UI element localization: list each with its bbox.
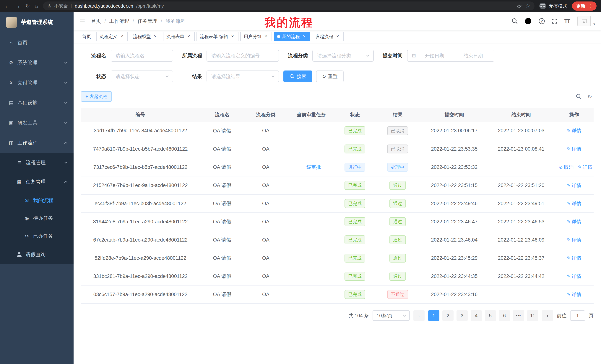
back-icon[interactable]: ← [4,3,10,9]
cell-id: 03c6c157-7b9a-11ec-a290-acde48001122 [81,285,200,304]
cell-status: 已完成 [335,249,374,267]
cell-name: OA 请假 [200,122,244,140]
logo[interactable]: 芋道管理系统 [0,12,74,33]
detail-action-link[interactable]: ✎详情 [567,237,581,243]
search-button[interactable]: 搜索 [283,70,312,82]
result-tag: 通过 [390,181,406,190]
close-icon[interactable]: × [335,34,340,39]
task-link[interactable]: 一级审批 [302,164,321,170]
home-icon[interactable]: ⌂ [35,3,38,9]
jump-page-input[interactable] [570,310,585,321]
toggle-search-icon[interactable] [576,94,581,99]
sidebar-item-payment[interactable]: ¥支付管理 [0,73,74,93]
reload-icon[interactable]: ↻ [25,3,30,9]
result-select[interactable]: 请选择流结果 [207,70,279,82]
github-icon[interactable] [525,18,531,24]
avatar[interactable] [577,16,591,26]
next-page-button[interactable]: › [542,310,553,321]
cell-task [287,285,335,304]
breadcrumb-item[interactable]: 首页 [91,18,101,25]
detail-action-link[interactable]: ✎详情 [567,200,581,207]
address-separator: | [71,3,72,9]
sidebar-item-done-task[interactable]: ✂已办任务 [0,227,74,245]
status-tag: 已完成 [344,254,365,262]
pagination-page-4[interactable]: 4 [471,310,482,321]
detail-action-link[interactable]: ✎详情 [578,164,592,171]
system-icon: ⚙ [8,60,14,66]
detail-action-label: 详情 [572,291,581,298]
forward-icon[interactable]: → [15,3,20,9]
hamburger-icon[interactable]: ☰ [74,18,91,25]
browser-menu-icon[interactable]: ⋮ [588,3,592,9]
prev-page-button[interactable]: ‹ [413,310,425,321]
sidebar-item-task-manage[interactable]: ▦任务管理 [0,172,74,192]
tab-process-form[interactable]: 流程表单× [163,32,195,41]
status-tag: 已完成 [344,126,365,135]
reset-button[interactable]: ↻ 重置 [316,70,344,82]
security-label[interactable]: 不安全 [54,3,68,9]
detail-action-link[interactable]: ✎详情 [567,127,581,134]
detail-action-link[interactable]: ✎详情 [567,273,581,280]
pagination-page-1[interactable]: 1 [428,310,440,321]
close-icon[interactable]: × [186,34,191,39]
address-bar[interactable]: ⚠ 不安全 | dashboard.yudao.iocoder.cn/bpm/t… [43,1,534,10]
avatar-caret-icon[interactable]: ▾ [593,22,595,26]
close-icon[interactable]: × [263,34,269,39]
font-size-icon[interactable]: TT [564,18,570,24]
sidebar-item-infrastructure[interactable]: ▤基础设施 [0,93,74,113]
tab-my-process[interactable]: 我的流程× [274,32,310,41]
detail-action-link[interactable]: ✎详情 [567,255,581,261]
cell-end-time: 2022-01-23 00:07:03 [488,122,555,140]
tab-process-form-edit[interactable]: 流程表单-编辑× [197,32,239,41]
pagination-page-3[interactable]: 3 [457,310,468,321]
detail-action-link[interactable]: ✎详情 [567,219,581,225]
tab-start-process[interactable]: 发起流程× [312,32,344,41]
sidebar-item-label: 任务管理 [26,179,61,185]
sidebar-item-home[interactable]: ⌂首页 [0,33,74,53]
sidebar-item-todo-task[interactable]: ◉待办任务 [0,209,74,227]
status-select[interactable]: 请选择状态 [111,70,173,82]
close-icon[interactable]: × [119,34,124,39]
detail-action-link[interactable]: ✎详情 [567,146,581,152]
tab-home[interactable]: 首页 [79,32,94,41]
pagination-page-11[interactable]: 11 [527,310,538,321]
password-key-icon[interactable] [517,4,522,8]
close-icon[interactable]: × [230,34,235,39]
submit-time-range[interactable]: ⊞ 开始日期 - 结束日期 [407,50,494,62]
pagination-page-2[interactable]: 2 [442,310,453,321]
process-manage-icon: ≣ [16,160,22,165]
sidebar-item-my-process[interactable]: ✉我的流程 [0,192,74,209]
detail-action-link[interactable]: ✎详情 [567,182,581,189]
close-icon[interactable]: × [302,34,307,39]
tab-process-model[interactable]: 流程模型× [130,32,161,41]
sidebar-item-process-manage[interactable]: ≣流程管理 [0,153,74,172]
detail-action-label: 详情 [572,273,581,280]
detail-action-link[interactable]: ✎详情 [567,291,581,298]
sidebar-item-dev-tools[interactable]: ▣研发工具 [0,113,74,133]
create-process-button[interactable]: + 发起流程 [81,91,112,102]
pagination-page-5[interactable]: 5 [485,310,496,321]
process-name-input[interactable]: 请输入流程名 [111,50,173,62]
process-def-input[interactable]: 请输入流程定义的编号 [207,50,279,62]
bookmark-star-icon[interactable]: ☆ [525,3,530,9]
category-select[interactable]: 请选择流程分类 [312,50,374,62]
column-header: 结果 [374,108,421,122]
cell-status: 已完成 [335,267,374,285]
help-icon[interactable]: ? [539,18,545,24]
close-icon[interactable]: × [153,34,158,39]
cancel-action-link[interactable]: ⊘取消 [559,164,573,171]
breadcrumb-item[interactable]: 任务管理 [137,18,158,25]
tab-process-definition[interactable]: 流程定义× [96,32,128,41]
refresh-list-icon[interactable]: ↻ [587,93,592,100]
sidebar-item-system[interactable]: ⚙系统管理 [0,53,74,73]
page-size-select[interactable]: 10条/页 [372,310,410,321]
sidebar-item-leave-query[interactable]: 请假查询 [0,245,74,264]
update-button[interactable]: 更新 ⋮ [572,1,597,10]
fullscreen-icon[interactable] [552,19,557,24]
tab-user-group[interactable]: 用户分组× [240,32,272,41]
sidebar-item-workflow[interactable]: ▥工作流程 [0,133,74,153]
search-icon[interactable] [512,18,518,24]
breadcrumb-item[interactable]: 工作流程 [109,18,129,25]
pagination-page-6[interactable]: 6 [499,310,510,321]
pagination-more-button[interactable]: ••• [513,310,524,321]
